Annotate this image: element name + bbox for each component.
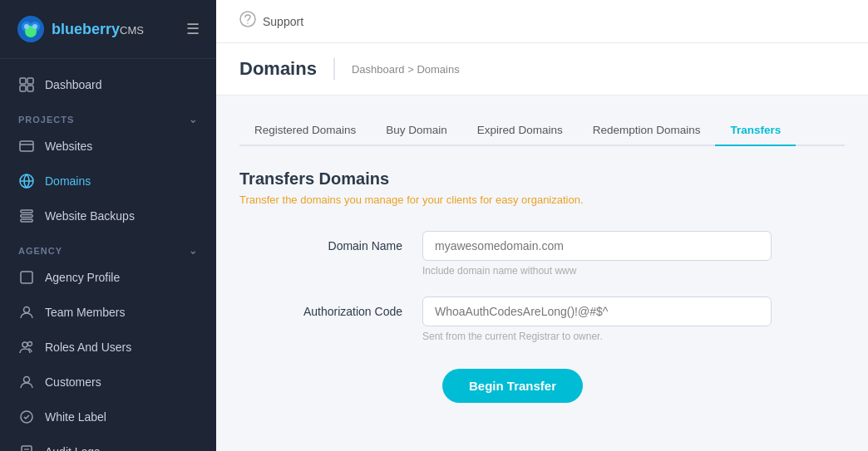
sidebar-item-roles-and-users[interactable]: Roles And Users: [0, 330, 216, 365]
sidebar-item-white-label[interactable]: White Label: [0, 400, 216, 434]
svg-rect-16: [21, 272, 32, 283]
sidebar-item-label: Audit Logs: [45, 445, 100, 451]
svg-rect-22: [22, 446, 32, 451]
sidebar-item-domains[interactable]: Domains: [0, 164, 216, 199]
sidebar-navigation: Dashboard PROJECTS ⌄ Websites Domains We…: [0, 59, 216, 451]
main-content: Support Domains Dashboard > Domains Regi…: [216, 0, 868, 451]
svg-point-20: [24, 377, 30, 383]
begin-transfer-button[interactable]: Begin Transfer: [442, 369, 583, 403]
sidebar-item-website-backups[interactable]: Website Backups: [0, 199, 216, 233]
sidebar-item-team-members[interactable]: Team Members: [0, 295, 216, 330]
sidebar-item-label: Websites: [45, 140, 92, 153]
sidebar-item-label: Website Backups: [45, 209, 135, 223]
sidebar-logo: blueberryCMS ☰: [0, 0, 216, 59]
projects-chevron-icon: ⌄: [189, 114, 198, 125]
domain-name-label: Domain Name: [239, 231, 422, 252]
sidebar-item-label: White Label: [45, 410, 106, 424]
svg-rect-14: [21, 215, 32, 218]
section-label-projects: PROJECTS ⌄: [0, 102, 216, 129]
svg-point-26: [240, 12, 255, 27]
breadcrumb-home: Dashboard: [352, 63, 405, 76]
tab-registered-domains[interactable]: Registered Domains: [239, 115, 371, 146]
logo-area: blueberryCMS: [17, 15, 144, 43]
sidebar-item-dashboard[interactable]: Dashboard: [0, 67, 216, 102]
domain-name-row: Domain Name Include domain name without …: [239, 231, 845, 277]
sidebar-item-label: Agency Profile: [45, 271, 120, 284]
svg-point-18: [22, 342, 27, 347]
page-header: Domains Dashboard > Domains: [216, 43, 868, 96]
transfers-title: Transfers Domains: [239, 169, 845, 189]
svg-rect-13: [21, 210, 32, 213]
tab-buy-domain[interactable]: Buy Domain: [371, 115, 462, 146]
blueberry-logo-icon: [17, 15, 45, 43]
transfers-subtitle: Transfer the domains you manage for your…: [239, 194, 845, 206]
audit-logs-icon: [18, 444, 35, 451]
agency-profile-icon: [18, 269, 35, 286]
topbar: Support: [216, 0, 868, 43]
logo-text: blueberryCMS: [52, 21, 144, 38]
sidebar-item-label: Domains: [45, 174, 91, 188]
sidebar-item-audit-logs[interactable]: Audit Logs: [0, 434, 216, 451]
websites-icon: [18, 138, 35, 154]
sidebar-item-label: Team Members: [45, 306, 125, 319]
svg-rect-6: [20, 78, 26, 84]
customers-icon: [18, 374, 35, 390]
breadcrumb: Dashboard > Domains: [335, 63, 460, 76]
domains-icon: [18, 173, 35, 189]
svg-point-17: [24, 307, 30, 313]
auth-code-hint: Sent from the current Registrar to owner…: [422, 331, 845, 342]
breadcrumb-separator: >: [407, 63, 414, 76]
website-backups-icon: [18, 208, 35, 224]
content-area: Registered Domains Buy Domain Expired Do…: [216, 96, 868, 451]
support-icon: [239, 11, 256, 32]
svg-point-19: [28, 342, 32, 346]
svg-rect-15: [21, 219, 32, 222]
team-members-icon: [18, 304, 35, 321]
svg-point-4: [24, 24, 29, 29]
tab-expired-domains[interactable]: Expired Domains: [462, 115, 578, 146]
sidebar: blueberryCMS ☰ Dashboard PROJECTS ⌄ Webs…: [0, 0, 216, 451]
svg-point-27: [247, 22, 249, 24]
tabs-bar: Registered Domains Buy Domain Expired Do…: [239, 115, 845, 146]
auth-code-row: Authorization Code Sent from the current…: [239, 297, 845, 342]
sidebar-item-websites[interactable]: Websites: [0, 129, 216, 164]
roles-users-icon: [18, 339, 35, 355]
svg-point-5: [32, 24, 37, 29]
support-label: Support: [263, 15, 303, 28]
sidebar-item-customers[interactable]: Customers: [0, 365, 216, 400]
auth-code-field: Sent from the current Registrar to owner…: [422, 297, 845, 342]
domain-name-input[interactable]: [422, 231, 772, 261]
tab-redemption-domains[interactable]: Redemption Domains: [578, 115, 716, 146]
domain-name-hint: Include domain name without www: [422, 265, 845, 277]
svg-rect-8: [20, 86, 26, 91]
tab-transfers[interactable]: Transfers: [715, 115, 796, 146]
hamburger-icon[interactable]: ☰: [186, 20, 200, 38]
agency-chevron-icon: ⌄: [189, 245, 198, 257]
dashboard-icon: [18, 76, 35, 93]
svg-rect-10: [20, 141, 33, 151]
section-label-agency: AGENCY ⌄: [0, 233, 216, 260]
page-title: Domains: [239, 58, 335, 80]
sidebar-item-agency-profile[interactable]: Agency Profile: [0, 260, 216, 295]
breadcrumb-current: Domains: [417, 63, 459, 76]
svg-rect-9: [27, 86, 33, 91]
sidebar-item-label: Customers: [45, 375, 101, 389]
white-label-icon: [18, 409, 35, 425]
auth-code-input[interactable]: [422, 297, 772, 326]
sidebar-item-label: Roles And Users: [45, 341, 131, 354]
sidebar-item-label: Dashboard: [45, 78, 102, 91]
svg-rect-7: [27, 78, 33, 84]
domain-name-field: Include domain name without www: [422, 231, 845, 277]
auth-code-label: Authorization Code: [239, 297, 422, 318]
